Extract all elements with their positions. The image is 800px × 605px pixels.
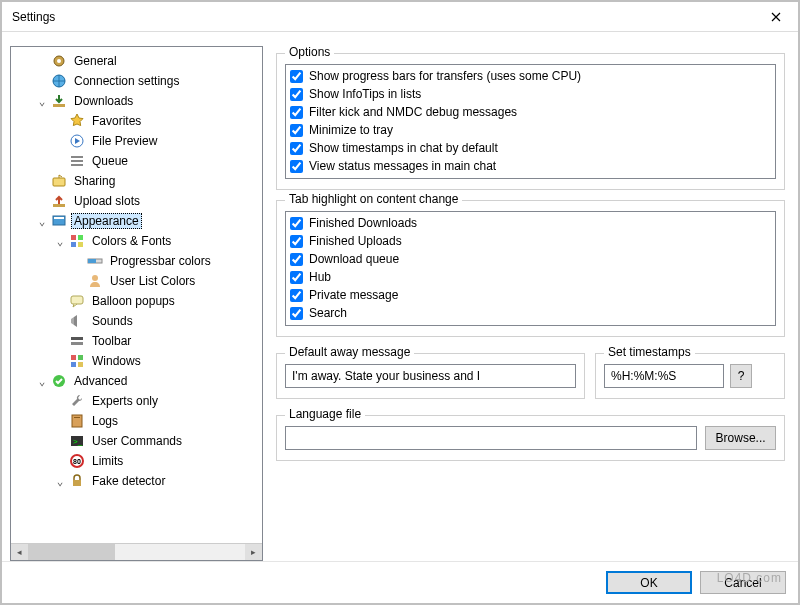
tree-node-user-list-colors[interactable]: User List Colors xyxy=(11,271,262,291)
checkbox[interactable] xyxy=(290,88,303,101)
progress-icon xyxy=(87,253,103,269)
tree-leaf-icon xyxy=(53,134,67,148)
tree-node-downloads[interactable]: ⌄Downloads xyxy=(11,91,262,111)
tree-node-appearance[interactable]: ⌄Appearance xyxy=(11,211,262,231)
tree-node-favorites[interactable]: Favorites xyxy=(11,111,262,131)
tree-collapse-icon[interactable]: ⌄ xyxy=(53,474,67,488)
svg-rect-22 xyxy=(71,355,76,360)
away-message-input[interactable] xyxy=(285,364,576,388)
list-item[interactable]: View status messages in main chat xyxy=(290,157,771,175)
checkbox[interactable] xyxy=(290,70,303,83)
tree-node-advanced[interactable]: ⌄Advanced xyxy=(11,371,262,391)
tree-node-toolbar[interactable]: Toolbar xyxy=(11,331,262,351)
list-item[interactable]: Private message xyxy=(290,286,771,304)
tree-node-sounds[interactable]: Sounds xyxy=(11,311,262,331)
tree-leaf-icon xyxy=(53,334,67,348)
list-item[interactable]: Download queue xyxy=(290,250,771,268)
list-item[interactable]: Show progress bars for transfers (uses s… xyxy=(290,67,771,85)
tree-scroll[interactable]: GeneralConnection settings⌄DownloadsFavo… xyxy=(11,47,262,543)
cancel-button[interactable]: Cancel xyxy=(700,571,786,594)
svg-rect-6 xyxy=(71,160,83,162)
tree-collapse-icon[interactable]: ⌄ xyxy=(35,374,49,388)
tree-node-queue[interactable]: Queue xyxy=(11,151,262,171)
svg-rect-21 xyxy=(71,342,83,345)
tree-node-experts-only[interactable]: Experts only xyxy=(11,391,262,411)
tree-node-balloon-popups[interactable]: Balloon popups xyxy=(11,291,262,311)
ok-button[interactable]: OK xyxy=(606,571,692,594)
tree-node-progressbar-colors[interactable]: Progressbar colors xyxy=(11,251,262,271)
tree-node-file-preview[interactable]: File Preview xyxy=(11,131,262,151)
checkbox[interactable] xyxy=(290,253,303,266)
scroll-right-arrow[interactable]: ▸ xyxy=(245,544,262,561)
scroll-left-arrow[interactable]: ◂ xyxy=(11,544,28,561)
book-icon xyxy=(69,413,85,429)
svg-rect-15 xyxy=(78,242,83,247)
checkbox[interactable] xyxy=(290,124,303,137)
list-item[interactable]: Search xyxy=(290,304,771,322)
timestamps-legend: Set timestamps xyxy=(604,345,695,359)
tree-horizontal-scrollbar[interactable]: ◂ ▸ xyxy=(11,543,262,560)
browse-button[interactable]: Browse... xyxy=(705,426,776,450)
tree-label: Experts only xyxy=(89,393,161,409)
svg-rect-11 xyxy=(54,217,64,219)
options-listbox[interactable]: Show progress bars for transfers (uses s… xyxy=(285,64,776,179)
appearance-panel: Options Show progress bars for transfers… xyxy=(275,46,788,561)
checkbox[interactable] xyxy=(290,217,303,230)
svg-rect-17 xyxy=(88,259,96,263)
tree-node-fake-detector[interactable]: ⌄Fake detector xyxy=(11,471,262,491)
tree-node-connection-settings[interactable]: Connection settings xyxy=(11,71,262,91)
tree-label: User List Colors xyxy=(107,273,198,289)
tab-highlight-listbox[interactable]: Finished DownloadsFinished UploadsDownlo… xyxy=(285,211,776,326)
tree-node-logs[interactable]: Logs xyxy=(11,411,262,431)
list-item[interactable]: Show InfoTips in lists xyxy=(290,85,771,103)
timestamps-help-button[interactable]: ? xyxy=(730,364,752,388)
settings-tree: GeneralConnection settings⌄DownloadsFavo… xyxy=(10,46,263,561)
checkbox[interactable] xyxy=(290,106,303,119)
tree-label: Limits xyxy=(89,453,126,469)
checkbox[interactable] xyxy=(290,307,303,320)
close-button[interactable] xyxy=(753,3,798,31)
list-item[interactable]: Filter kick and NMDC debug messages xyxy=(290,103,771,121)
tree-leaf-icon xyxy=(71,274,85,288)
svg-rect-7 xyxy=(71,164,83,166)
away-message-group: Default away message xyxy=(276,353,585,399)
tree-node-windows[interactable]: Windows xyxy=(11,351,262,371)
scroll-thumb[interactable] xyxy=(28,544,115,560)
tree-label: Sounds xyxy=(89,313,136,329)
tree-label: Logs xyxy=(89,413,121,429)
list-item[interactable]: Finished Uploads xyxy=(290,232,771,250)
tree-node-upload-slots[interactable]: Upload slots xyxy=(11,191,262,211)
away-message-legend: Default away message xyxy=(285,345,414,359)
lock-icon xyxy=(69,473,85,489)
checkbox[interactable] xyxy=(290,160,303,173)
list-item[interactable]: Show timestamps in chat by default xyxy=(290,139,771,157)
svg-text:80: 80 xyxy=(73,458,81,465)
tree-collapse-icon[interactable]: ⌄ xyxy=(35,214,49,228)
scroll-track[interactable] xyxy=(28,544,245,560)
tree-label: General xyxy=(71,53,120,69)
tree-leaf-icon xyxy=(53,434,67,448)
timestamps-group: Set timestamps ? xyxy=(595,353,785,399)
tree-node-sharing[interactable]: Sharing xyxy=(11,171,262,191)
language-file-input[interactable] xyxy=(285,426,697,450)
tree-leaf-icon xyxy=(53,294,67,308)
tree-leaf-icon xyxy=(53,394,67,408)
timestamps-input[interactable] xyxy=(604,364,724,388)
tree-node-limits[interactable]: 80Limits xyxy=(11,451,262,471)
list-item[interactable]: Finished Downloads xyxy=(290,214,771,232)
tree-leaf-icon xyxy=(53,154,67,168)
tree-leaf-icon xyxy=(53,314,67,328)
tree-collapse-icon[interactable]: ⌄ xyxy=(35,94,49,108)
tree-node-user-commands[interactable]: >_User Commands xyxy=(11,431,262,451)
checkbox[interactable] xyxy=(290,271,303,284)
tree-node-general[interactable]: General xyxy=(11,51,262,71)
tree-node-colors-fonts[interactable]: ⌄Colors & Fonts xyxy=(11,231,262,251)
tree-collapse-icon[interactable]: ⌄ xyxy=(53,234,67,248)
checkbox[interactable] xyxy=(290,235,303,248)
list-item[interactable]: Minimize to tray xyxy=(290,121,771,139)
checkbox[interactable] xyxy=(290,289,303,302)
svg-rect-24 xyxy=(71,362,76,367)
list-item[interactable]: Hub xyxy=(290,268,771,286)
windows-icon xyxy=(69,353,85,369)
checkbox[interactable] xyxy=(290,142,303,155)
